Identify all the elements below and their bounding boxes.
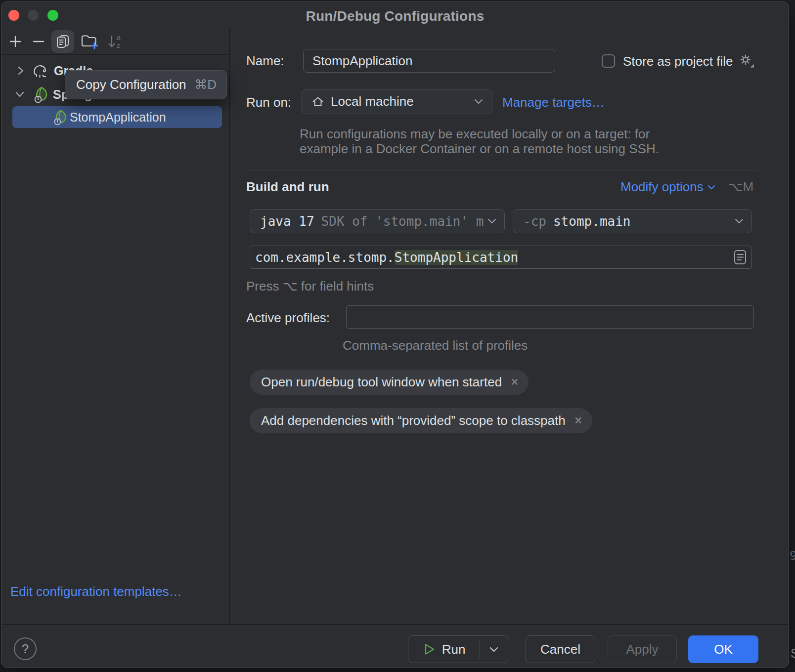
- name-input[interactable]: [303, 49, 555, 73]
- main-class-highlight: StompApplication: [395, 250, 518, 265]
- svg-text:z: z: [117, 42, 120, 49]
- tree-item-label: StompApplication: [70, 110, 166, 125]
- run-on-help-line1: Run configurations may be executed local…: [300, 126, 650, 142]
- run-on-value: Local machine: [331, 94, 414, 109]
- question-icon: ?: [22, 641, 29, 657]
- help-button[interactable]: ?: [14, 637, 37, 660]
- section-separator: [246, 170, 758, 170]
- active-profiles-label: Active profiles:: [246, 310, 330, 326]
- new-folder-button[interactable]: [78, 30, 101, 53]
- run-options-dropdown[interactable]: [480, 647, 508, 652]
- run-split-button[interactable]: Run: [408, 635, 508, 663]
- main-class-prefix: com.example.stomp.: [255, 250, 395, 265]
- modify-options-shortcut: ⌥M: [728, 179, 754, 195]
- run-debug-configurations-dialog: Run/Debug Configurations a z: [1, 1, 789, 668]
- store-as-project-file-label: Store as project file: [623, 54, 733, 69]
- apply-button[interactable]: Apply: [608, 635, 677, 663]
- build-and-run-header: Build and run: [246, 179, 329, 195]
- chevron-right-icon[interactable]: [16, 65, 25, 76]
- gradle-icon: [31, 62, 50, 80]
- chevron-down-icon: [487, 218, 496, 224]
- cancel-button[interactable]: Cancel: [526, 635, 595, 663]
- active-profiles-input[interactable]: [346, 305, 754, 329]
- modify-options-link[interactable]: Modify options: [620, 179, 704, 195]
- dialog-title: Run/Debug Configurations: [1, 8, 789, 24]
- run-on-label: Run on:: [246, 95, 291, 110]
- minus-icon: [31, 34, 46, 49]
- run-on-help-line2: example in a Docker Container or on a re…: [300, 141, 659, 157]
- chip-label: Open run/debug tool window when started: [261, 375, 502, 390]
- menu-item-label: Copy Configuration: [76, 77, 194, 92]
- chevron-down-icon: [474, 99, 483, 104]
- remove-configuration-button[interactable]: [27, 30, 50, 53]
- field-menu-icon[interactable]: [734, 250, 747, 265]
- sidebar-divider: [229, 29, 230, 624]
- close-icon[interactable]: ×: [574, 413, 582, 428]
- manage-targets-link[interactable]: Manage targets…: [502, 95, 605, 110]
- chip-label: Add dependencies with “provided” scope t…: [261, 413, 566, 428]
- close-icon[interactable]: ×: [511, 375, 519, 390]
- add-configuration-button[interactable]: [4, 30, 27, 53]
- play-icon: [423, 642, 436, 657]
- chevron-down-icon[interactable]: [14, 90, 25, 99]
- spring-boot-icon: [52, 109, 69, 126]
- edit-configuration-templates-link[interactable]: Edit configuration templates…: [10, 584, 182, 599]
- plus-icon: [7, 34, 23, 49]
- cp-value: stomp.main: [553, 214, 631, 229]
- cp-prefix: -cp: [523, 214, 546, 229]
- sort-az-icon: a z: [105, 32, 125, 51]
- background-line-number: 9: [790, 548, 795, 563]
- main-class-input[interactable]: com.example.stomp.StompApplication: [250, 246, 752, 269]
- tree-item-stompapplication-selected[interactable]: StompApplication: [12, 106, 222, 128]
- menu-item-shortcut: ⌘D: [194, 77, 217, 92]
- run-on-select[interactable]: Local machine: [302, 89, 492, 114]
- store-as-project-file-checkbox[interactable]: [602, 54, 615, 68]
- footer-separator: [1, 624, 789, 625]
- chevron-down-icon: [707, 185, 715, 190]
- svg-text:a: a: [117, 34, 121, 42]
- option-chip-open-tool-window[interactable]: Open run/debug tool window when started …: [250, 370, 529, 395]
- active-profiles-hint: Comma-separated list of profiles: [343, 338, 528, 353]
- jre-select[interactable]: java 17 SDK of 'stomp.main' mo: [250, 209, 505, 233]
- jre-secondary: SDK of 'stomp.main' mo: [321, 214, 485, 229]
- spring-boot-icon: [32, 85, 50, 103]
- gear-icon[interactable]: [738, 52, 755, 69]
- chevron-down-icon: [735, 218, 744, 224]
- name-label: Name:: [246, 53, 284, 69]
- copy-configuration-menu-item[interactable]: Copy Configuration ⌘D: [65, 70, 227, 99]
- sort-configurations-button[interactable]: a z: [103, 30, 126, 53]
- jre-primary: java 17: [260, 214, 314, 229]
- folder-plus-icon: [80, 33, 99, 50]
- field-hints-tip: Press ⌥ for field hints: [246, 279, 374, 294]
- classpath-module-select[interactable]: -cp stomp.main: [513, 209, 752, 233]
- titlebar: Run/Debug Configurations: [1, 2, 789, 29]
- home-icon: [311, 95, 325, 109]
- copy-icon: [54, 33, 71, 50]
- ok-button[interactable]: OK: [688, 635, 758, 663]
- run-button-label: Run: [442, 642, 466, 657]
- run-button[interactable]: Run: [408, 642, 480, 657]
- toolbar-separator: [1, 54, 229, 55]
- option-chip-provided-scope[interactable]: Add dependencies with “provided” scope t…: [250, 408, 592, 433]
- background-partial-glyph: S: [791, 646, 795, 661]
- copy-configuration-button[interactable]: [51, 30, 74, 53]
